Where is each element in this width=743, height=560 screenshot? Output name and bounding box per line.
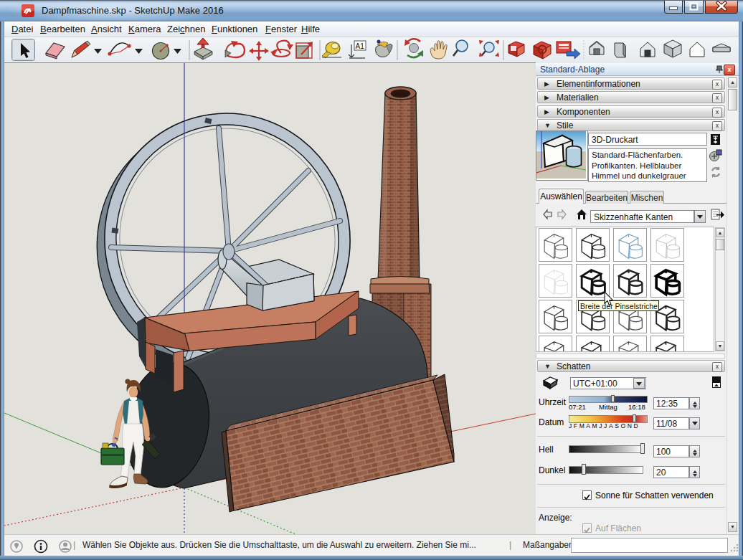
svg-text:A1: A1 [356, 42, 365, 50]
